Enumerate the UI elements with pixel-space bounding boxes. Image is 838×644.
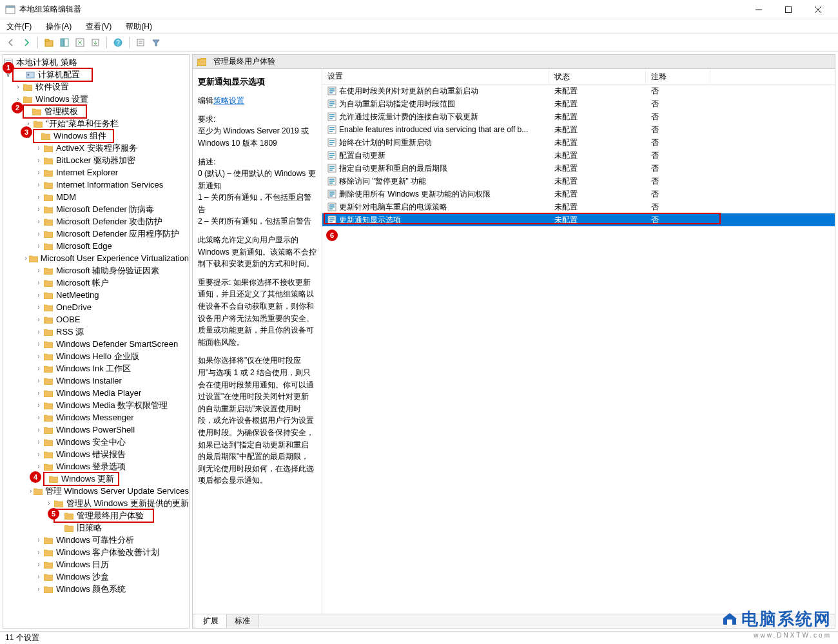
tree-item[interactable]: 旧策略 [3,522,189,534]
close-button[interactable] [803,0,833,19]
tree-item[interactable]: ›管理从 Windows 更新提供的更新 [3,497,189,509]
tree-item[interactable]: ›Microsoft 辅助身份验证因素 [3,264,189,277]
tree-item[interactable]: ›Windows 颜色系统 [3,583,189,595]
tab-standard[interactable]: 标准 [227,614,258,628]
tree-item[interactable]: ›Microsoft 帐户 [3,277,189,289]
policy-row[interactable]: 指定自动更新和重启的最后期限未配置否 [322,162,835,175]
menu-view[interactable]: 查看(V) [83,20,114,34]
tree-item[interactable]: ›Windows Messenger [3,411,189,424]
statusbar: 11 个设置 [0,631,838,644]
tree-item[interactable]: ›Windows Media 数字权限管理 [3,399,189,411]
policy-row[interactable]: 始终在计划的时间重新启动未配置否 [322,136,835,149]
tree-item[interactable]: ›OOBE [3,313,189,326]
tree-item[interactable]: ›Windows 可靠性分析 [3,534,189,546]
tree-item[interactable]: ›Microsoft Defender 防病毒 [3,203,189,215]
help-button[interactable]: ? [111,35,125,50]
tree-item[interactable]: ›Microsoft User Experience Virtualizatio… [3,252,189,264]
show-hide-tree-button[interactable] [57,35,72,50]
tree-item[interactable]: ›Windows Ink 工作区 [3,362,189,375]
tree-item[interactable]: ›Windows PowerShell [3,424,189,436]
up-folder-button[interactable] [42,35,56,50]
policy-row[interactable]: 为自动重新启动指定使用时段范围未配置否 [322,97,835,110]
tree-item[interactable]: ›BitLocker 驱动器加密 [3,154,189,166]
policy-row[interactable]: 更新通知显示选项未配置否 [322,213,835,226]
tree-item[interactable]: ›Windows Hello 企业版 [3,350,189,362]
tree-item[interactable]: ›Microsoft Edge [3,240,189,252]
svg-rect-62 [329,208,333,210]
menu-action[interactable]: 操作(A) [43,20,74,34]
tree-item[interactable]: ›Windows 登录选项 [3,460,189,473]
svg-rect-24 [329,88,335,90]
svg-rect-14 [137,39,144,46]
svg-rect-40 [329,140,335,141]
tree-item[interactable]: ›Windows 设置 [3,93,189,105]
maximize-button[interactable] [774,0,803,19]
policy-row[interactable]: 移除访问 "暂停更新" 功能未配置否 [322,175,835,188]
edit-policy-link[interactable]: 策略设置 [213,96,244,105]
tree-item[interactable]: ∨管理模板 [3,105,189,117]
svg-rect-41 [329,142,335,143]
tree-item[interactable]: ›OneDrive [3,301,189,313]
svg-rect-66 [329,221,333,222]
tree-item[interactable]: ›Windows 安全中心 [3,436,189,448]
svg-rect-64 [329,217,335,219]
tree-item[interactable]: ›软件设置 [3,81,189,93]
nav-back-button[interactable] [4,35,18,50]
policy-row[interactable]: 配置自动更新未配置否 [322,149,835,162]
policy-row[interactable]: Enable features introduced via servicing… [322,123,835,136]
svg-rect-34 [329,118,333,119]
menu-help[interactable]: 帮助(H) [123,20,155,34]
refresh-button[interactable] [73,35,87,50]
svg-rect-60 [329,204,335,206]
tree-item[interactable]: ›Internet Information Services [3,179,189,191]
svg-rect-52 [329,179,335,180]
tree-item[interactable]: ∨计算机配置 [3,68,189,81]
tree-item[interactable]: ›RSS 源 [3,326,189,338]
col-note[interactable]: 注释 [646,69,710,84]
svg-rect-7 [45,39,49,41]
menu-file[interactable]: 文件(F) [4,20,34,34]
tree-item[interactable]: ›Windows 客户体验改善计划 [3,546,189,558]
policy-row[interactable]: 允许通过按流量计费的连接自动下载更新未配置否 [322,110,835,123]
svg-rect-53 [329,181,335,182]
tree-item[interactable]: ›Windows Installer [3,375,189,387]
tree-item[interactable]: ›NetMeeting [3,289,189,301]
policy-list[interactable]: 设置 状态 注释 在使用时段关闭针对更新的自动重新启动未配置否为自动重新启动指定… [322,69,835,628]
tree-item[interactable]: ›Internet Explorer [3,166,189,179]
view-tabs: 扩展 标准 [193,614,835,628]
nav-forward-button[interactable] [19,35,34,50]
tree-item[interactable]: ›Windows 日历 [3,558,189,571]
filter-button[interactable] [149,35,163,50]
tree-item[interactable]: ›Windows 沙盒 [3,571,189,583]
tree-item[interactable]: ›Microsoft Defender 应用程序防护 [3,228,189,240]
tree-item[interactable]: ›Microsoft Defender 攻击防护 [3,215,189,228]
svg-rect-38 [329,131,333,132]
tree-item[interactable]: ›Windows Media Player [3,387,189,399]
col-state[interactable]: 状态 [549,69,646,84]
tree-item[interactable]: ›"开始"菜单和任务栏 [3,117,189,130]
col-setting[interactable]: 设置 [322,69,549,84]
details-pane: 管理最终用户体验 更新通知显示选项 编辑策略设置 要求:至少为 Windows … [192,54,835,629]
policy-row[interactable]: 删除使用所有 Windows 更新功能的访问权限未配置否 [322,188,835,200]
policy-row[interactable]: 在使用时段关闭针对更新的自动重新启动未配置否 [322,84,835,97]
properties-button[interactable] [133,35,148,50]
svg-rect-30 [329,105,333,106]
policy-row[interactable]: 更新针对电脑车重启的电源策略未配置否 [322,200,835,213]
svg-rect-36 [329,127,335,128]
tree-item[interactable]: ›MDM [3,191,189,203]
svg-rect-57 [329,193,335,195]
tree-item[interactable]: ›Windows 错误报告 [3,448,189,460]
export-button[interactable] [88,35,102,50]
tree-root[interactable]: 本地计算机 策略 [3,56,189,68]
tree-item[interactable]: ›ActiveX 安装程序服务 [3,142,189,154]
tab-extended[interactable]: 扩展 [195,614,227,628]
tree-item[interactable]: ∨管理最终用户体验 [3,509,189,522]
tree-pane[interactable]: 本地计算机 策略∨计算机配置›软件设置›Windows 设置∨管理模板›"开始"… [3,54,190,629]
svg-rect-1 [6,6,15,8]
svg-rect-49 [329,168,335,169]
policy-title: 更新通知显示选项 [198,75,317,88]
tree-item[interactable]: ›管理 Windows Server Update Services [3,485,189,497]
tree-item[interactable]: ›Windows Defender SmartScreen [3,338,189,350]
minimize-button[interactable] [744,0,774,19]
svg-rect-8 [61,39,64,46]
